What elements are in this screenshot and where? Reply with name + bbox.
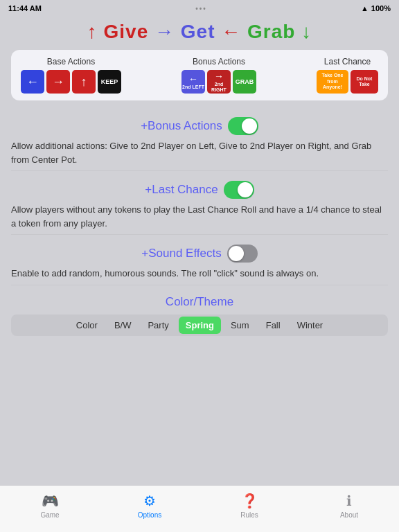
do-not-card: Do NotTake [351,70,378,94]
tab-about-label: About [340,511,358,519]
last-chance-label: Last Chance [324,57,371,66]
tab-rules[interactable]: ❓ Rules [229,493,270,519]
keep-card: KEEP [98,70,121,94]
header-title: ↑ Give → Get ← Grab ↓ [0,17,399,50]
up-card: ↑ [72,70,96,94]
theme-pills: Color B/W Party Spring Sum Fall Winter [11,314,388,336]
bonus-actions-group: Bonus Actions ← 2nd LEFT → 2nd RIGHT GRA… [181,57,256,94]
last-chance-group: Last Chance Take OnefromAnyone! Do NotTa… [317,57,378,94]
status-time: 11:44 AM [8,4,42,12]
rules-icon: ❓ [241,493,258,509]
bonus-left-text: 2nd LEFT [182,85,204,90]
give-arrow-up: ↑ [87,21,98,42]
base-actions-group: Base Actions ← → ↑ KEEP [21,57,121,94]
bonus-actions-description: Allow additional actions: Give to 2nd Pl… [11,139,388,166]
bonus-action-cards: ← 2nd LEFT → 2nd RIGHT GRAB [181,70,256,94]
bonus-actions-header: +Bonus Actions [11,117,388,135]
sound-effects-option: +Sound Effects Enable to add random, hum… [11,235,388,285]
last-chance-toggle[interactable] [224,181,254,199]
bonus-actions-toggle-knob [242,118,257,134]
bonus-right-text: 2nd RIGHT [207,82,231,94]
bonus-right-card: → 2nd RIGHT [207,70,231,94]
grab-label: Grab [247,21,295,42]
tab-about[interactable]: ℹ About [328,493,370,519]
left-arrow-sym: ← [26,75,39,89]
sound-effects-description: Enable to add random, humorous sounds. T… [11,267,388,281]
bonus-left-sym: ← [188,73,198,85]
grab-card: GRAB [233,70,256,94]
left-card: ← [21,70,44,94]
about-icon: ℹ [346,493,352,509]
tab-options-label: Options [138,511,161,519]
bonus-actions-label: Bonus Actions [193,57,245,66]
up-arrow-sym: ↑ [81,75,87,89]
theme-label: Color/Theme [11,295,388,309]
last-chance-option: +Last Chance Allow players without any t… [11,171,388,234]
base-action-cards: ← → ↑ KEEP [21,70,121,94]
sound-effects-header: +Sound Effects [11,245,388,263]
tab-rules-label: Rules [240,511,258,519]
get-arrow-right: → [154,21,181,42]
bonus-actions-option: +Bonus Actions Allow additional actions:… [11,107,388,170]
sound-effects-toggle-knob [229,246,244,261]
grab-text: GRAB [236,78,254,85]
last-chance-toggle-knob [238,182,253,197]
sound-effects-label: +Sound Effects [141,247,221,260]
theme-bw[interactable]: B/W [107,317,139,334]
last-chance-option-header: +Last Chance [11,181,388,199]
take-one-text: Take OnefromAnyone! [322,73,344,90]
base-actions-label: Base Actions [47,57,95,66]
theme-color[interactable]: Color [69,317,105,334]
status-right: ▲ 100% [361,4,391,12]
cards-section: Base Actions ← → ↑ KEEP Bonus Actions ← … [11,50,388,100]
theme-winter[interactable]: Winter [290,317,330,334]
get-label: Get [181,21,215,42]
tab-options[interactable]: ⚙ Options [129,493,170,519]
last-chance-option-label: +Last Chance [145,183,218,197]
options-container: +Bonus Actions Allow additional actions:… [0,100,399,285]
keep-label: KEEP [101,78,118,85]
dots-indicator: ••• [195,5,207,12]
do-not-text: Do NotTake [357,76,373,88]
battery: 100% [371,4,391,12]
theme-section: Color/Theme Color B/W Party Spring Sum F… [0,285,399,343]
bonus-left-card: ← 2nd LEFT [181,70,205,94]
bonus-right-sym: → [214,71,224,82]
tab-game-label: Game [40,511,59,519]
give-label: Give [104,21,149,42]
options-icon: ⚙ [143,493,156,509]
grab-arrow-left: ← [221,21,247,42]
status-bar: 11:44 AM ••• ▲ 100% [0,0,399,17]
game-icon: 🎮 [42,493,59,509]
sound-effects-toggle[interactable] [227,245,258,263]
tab-game[interactable]: 🎮 Game [29,493,71,519]
tab-bar: 🎮 Game ⚙ Options ❓ Rules ℹ About [0,485,399,532]
last-chance-description: Allow players without any tokens to play… [11,203,388,230]
theme-fall[interactable]: Fall [259,317,287,334]
theme-sum[interactable]: Sum [224,317,256,334]
right-card: → [46,70,70,94]
take-one-card: Take OnefromAnyone! [317,70,348,94]
right-arrow-sym: → [52,75,64,89]
grab-arrow-down: ↓ [301,21,312,42]
last-chance-cards: Take OnefromAnyone! Do NotTake [317,70,378,94]
wifi-icon: ▲ [361,4,369,12]
bonus-actions-option-label: +Bonus Actions [141,119,222,133]
bonus-actions-toggle[interactable] [228,117,258,135]
theme-party[interactable]: Party [141,317,175,334]
theme-spring[interactable]: Spring [179,317,221,334]
